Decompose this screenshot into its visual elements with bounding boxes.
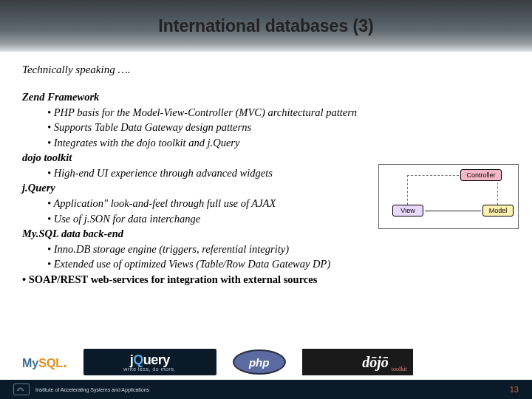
mvc-controller-box: Controller bbox=[460, 169, 502, 181]
mysql-dot: . bbox=[63, 354, 67, 370]
jquery-tagline: write less, do more. bbox=[123, 366, 176, 372]
dojo-text: dōjō bbox=[362, 354, 389, 371]
jquery-text: jQuery bbox=[130, 352, 170, 368]
mvc-edge bbox=[407, 175, 459, 176]
php-logo: php bbox=[233, 349, 286, 375]
zend-heading: Zend Framework bbox=[22, 89, 510, 105]
zend-item: Supports Table Data Gateway design patte… bbox=[22, 120, 510, 135]
mysql-item: Inno.DB storage engine (triggers, refere… bbox=[22, 242, 510, 257]
dojo-logo: dōjō toolkit bbox=[302, 349, 413, 375]
mysql-my: My bbox=[22, 357, 38, 369]
mysql-logo: MySQL. bbox=[22, 354, 67, 371]
mvc-edge bbox=[425, 211, 481, 211]
mvc-edge bbox=[407, 175, 408, 205]
footer-left: Institute of Accelerating Systems and Ap… bbox=[13, 383, 149, 395]
mvc-diagram: Controller View Model bbox=[378, 164, 519, 229]
soap-text: SOAP/REST web-services for integration w… bbox=[29, 273, 318, 285]
header-band: International databases (3) bbox=[0, 0, 532, 52]
footer-org: Institute of Accelerating Systems and Ap… bbox=[35, 387, 149, 392]
soap-line: SOAP/REST web-services for integration w… bbox=[22, 272, 510, 287]
mysql-sql: SQL bbox=[38, 357, 63, 369]
dojo-tk: toolkit bbox=[392, 366, 407, 372]
mvc-view-box: View bbox=[392, 205, 423, 216]
zend-item: PHP basis for the Model-View-Controller … bbox=[22, 105, 510, 120]
mvc-edge bbox=[497, 183, 498, 205]
footer-bar: Institute of Accelerating Systems and Ap… bbox=[0, 380, 532, 399]
mvc-model-box: Model bbox=[482, 205, 514, 216]
slide-title: International databases (3) bbox=[158, 16, 373, 36]
dojo-heading: dojo toolkit bbox=[22, 150, 510, 166]
mysql-item: Extended use of optimized Views (Table/R… bbox=[22, 256, 510, 272]
jquery-logo: jQuery write less, do more. bbox=[83, 349, 216, 375]
zend-item: Integrates with the dojo toolkit and j.Q… bbox=[22, 135, 510, 151]
footer-logo-icon bbox=[13, 383, 30, 395]
slide-body: Technically speaking …. Zend Framework P… bbox=[0, 52, 532, 399]
lead-text: Technically speaking …. bbox=[22, 64, 510, 76]
page-number: 13 bbox=[510, 385, 519, 394]
logo-row: MySQL. jQuery write less, do more. php d… bbox=[22, 349, 510, 375]
slide: International databases (3) Technically … bbox=[0, 0, 532, 399]
